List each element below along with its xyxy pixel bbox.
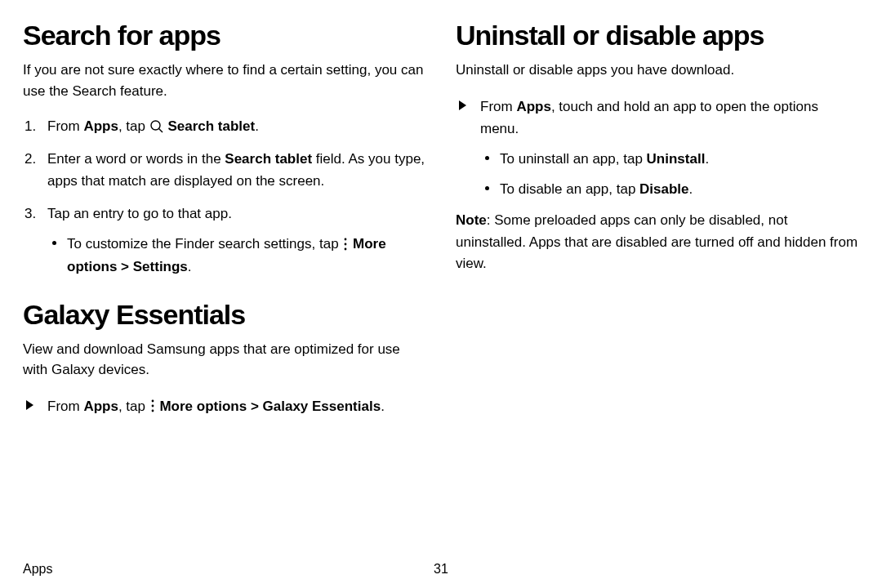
sub-uninstall: To uninstall an app, tap Uninstall. [485,148,859,170]
footer-chapter: Apps [23,562,52,577]
svg-point-5 [151,400,154,403]
svg-point-3 [345,243,347,245]
intro-search: If you are not sure exactly where to fin… [23,60,426,101]
uninstall-sub: To uninstall an app, tap Uninstall. To d… [480,148,859,200]
galaxy-step: From Apps, tap More options > Galaxy Ess… [23,395,426,417]
step-3: Tap an entry to go to that app. To custo… [23,203,426,278]
left-column: Search for apps If you are not sure exac… [23,20,426,427]
footer-page-number: 31 [434,562,448,577]
svg-point-2 [345,238,347,240]
svg-line-1 [159,128,163,131]
galaxy-steps: From Apps, tap More options > Galaxy Ess… [23,395,426,417]
sub-disable: To disable an app, tap Disable. [485,178,859,200]
svg-point-0 [151,121,160,130]
intro-uninstall: Uninstall or disable apps you have downl… [456,60,859,81]
svg-point-7 [151,410,154,412]
step-1: From Apps, tap Search tablet. [23,116,426,137]
svg-point-6 [151,405,154,408]
more-options-icon [342,237,349,252]
page-footer: Apps 31 [23,562,859,577]
svg-point-4 [345,247,347,250]
uninstall-steps: From Apps, touch and hold an app to open… [456,96,859,201]
step-2: Enter a word or words in the Search tabl… [23,149,426,192]
step-3-sub-item: To customize the Finder search settings,… [52,233,426,277]
right-column: Uninstall or disable apps Uninstall or d… [456,20,859,427]
step-3-sub: To customize the Finder search settings,… [47,233,426,277]
heading-galaxy-essentials: Galaxy Essentials [23,299,426,331]
heading-uninstall-disable: Uninstall or disable apps [456,20,859,51]
search-icon [149,119,164,134]
uninstall-step: From Apps, touch and hold an app to open… [456,96,859,201]
search-steps: From Apps, tap Search tablet. Enter a wo… [23,116,426,278]
intro-galaxy: View and download Samsung apps that are … [23,339,426,381]
note-text: Note: Some preloaded apps can only be di… [456,210,859,274]
heading-search-for-apps: Search for apps [23,20,426,51]
more-options-icon [149,399,156,413]
